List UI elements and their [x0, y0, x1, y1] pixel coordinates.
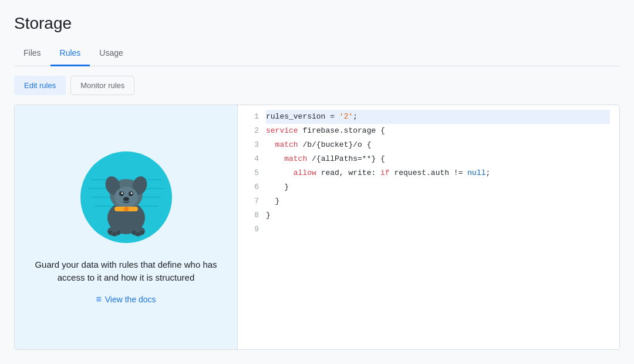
- line-numbers: 1 2 3 4 5 6 7 8 9: [238, 110, 266, 345]
- line-num-2: 2: [242, 124, 259, 138]
- line-num-7: 7: [242, 194, 259, 208]
- code-line-4: match /{allPaths=**} {: [266, 152, 610, 166]
- left-panel: Guard your data with rules that define w…: [15, 105, 238, 349]
- tab-usage[interactable]: Usage: [90, 42, 132, 66]
- view-docs-label: View the docs: [105, 295, 156, 304]
- tab-rules[interactable]: Rules: [50, 42, 90, 66]
- edit-rules-button[interactable]: Edit rules: [14, 76, 66, 95]
- svg-point-14: [123, 197, 129, 201]
- tab-files[interactable]: Files: [14, 42, 50, 66]
- line-num-3: 3: [242, 138, 259, 152]
- svg-point-12: [121, 192, 123, 194]
- nav-tabs: Files Rules Usage: [14, 42, 620, 66]
- svg-point-19: [108, 230, 112, 234]
- code-line-1: rules_version = '2';: [266, 110, 610, 124]
- code-line-5: allow read, write: if request.auth != nu…: [266, 166, 610, 180]
- code-line-8: }: [266, 208, 610, 223]
- monitor-rules-button[interactable]: Monitor rules: [70, 76, 134, 95]
- code-line-7: }: [266, 194, 610, 208]
- line-num-6: 6: [242, 180, 259, 194]
- svg-point-24: [140, 230, 144, 234]
- line-num-9: 9: [242, 223, 259, 237]
- code-line-9: [266, 223, 610, 237]
- sub-tabs-bar: Edit rules Monitor rules: [0, 66, 634, 95]
- main-content: Guard your data with rules that define w…: [14, 105, 620, 350]
- svg-point-21: [116, 230, 120, 234]
- list-icon: ≡: [96, 294, 101, 305]
- svg-point-22: [131, 230, 136, 234]
- svg-point-16: [124, 207, 129, 211]
- line-num-5: 5: [242, 166, 259, 180]
- view-docs-link[interactable]: ≡ View the docs: [96, 294, 156, 305]
- svg-point-13: [130, 192, 132, 194]
- code-area: 1 2 3 4 5 6 7 8 9 rules_version = '2';: [238, 105, 619, 349]
- page: Storage Files Rules Usage Edit rules Mon…: [0, 0, 634, 364]
- right-panel[interactable]: 1 2 3 4 5 6 7 8 9 rules_version = '2';: [238, 105, 619, 349]
- code-line-2: service firebase.storage {: [266, 124, 610, 138]
- page-title: Storage: [14, 14, 620, 33]
- dog-illustration: [79, 150, 173, 244]
- header: Storage Files Rules Usage: [0, 0, 634, 66]
- svg-point-20: [112, 232, 116, 236]
- svg-point-23: [136, 232, 140, 236]
- code-line-3: match /b/{bucket}/o {: [266, 138, 610, 152]
- line-num-8: 8: [242, 208, 259, 223]
- code-line-6: }: [266, 180, 610, 194]
- guard-text: Guard your data with rules that define w…: [29, 258, 223, 285]
- code-lines: rules_version = '2'; service firebase.st…: [266, 110, 619, 345]
- line-num-1: 1: [242, 110, 259, 124]
- line-num-4: 4: [242, 152, 259, 166]
